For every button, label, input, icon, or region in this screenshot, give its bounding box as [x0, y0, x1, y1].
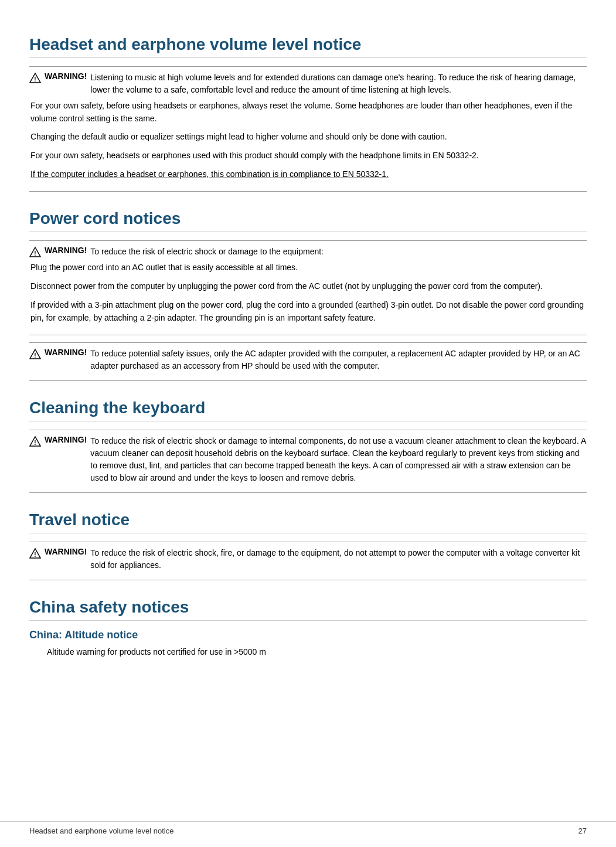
headset-para4: If the computer includes a headset or ea… — [29, 168, 587, 181]
power-cord-warning2-block: ! WARNING! To reduce potential safety is… — [29, 342, 587, 381]
travel-warning-block: ! WARNING! To reduce the risk of electri… — [29, 542, 587, 580]
headset-warning-line: ! WARNING! Listening to music at high vo… — [29, 72, 587, 96]
power-cord-warning1-line: ! WARNING! To reduce the risk of electri… — [29, 246, 587, 258]
power-cord-warning1-text: To reduce the risk of electric shock or … — [90, 246, 324, 258]
power-cord-section-title: Power cord notices — [29, 209, 587, 232]
warning-icon-3: ! — [29, 348, 41, 360]
power-cord-warning2-line: ! WARNING! To reduce potential safety is… — [29, 348, 587, 372]
power-cord-warning2-label: WARNING! — [45, 348, 87, 357]
footer-page-number: 27 — [578, 826, 587, 835]
warning-icon-4: ! — [29, 436, 41, 447]
cleaning-warning-text: To reduce the risk of electric shock or … — [90, 435, 587, 484]
power-cord-para3: If provided with a 3-pin attachment plug… — [29, 299, 587, 324]
power-cord-warning1-label: WARNING! — [45, 246, 87, 255]
svg-text:!: ! — [34, 552, 36, 558]
travel-warning-text: To reduce the risk of electric shock, fi… — [90, 547, 587, 572]
cleaning-warning-block: ! WARNING! To reduce the risk of electri… — [29, 430, 587, 493]
travel-warning-line: ! WARNING! To reduce the risk of electri… — [29, 547, 587, 572]
power-cord-warning1-block: ! WARNING! To reduce the risk of electri… — [29, 240, 587, 335]
svg-text:!: ! — [34, 440, 36, 446]
footer-left-text: Headset and earphone volume level notice — [29, 826, 578, 835]
warning-icon-5: ! — [29, 547, 41, 559]
page-footer: Headset and earphone volume level notice… — [0, 821, 616, 835]
warning-icon-2: ! — [29, 246, 41, 258]
cleaning-warning-line: ! WARNING! To reduce the risk of electri… — [29, 435, 587, 484]
warning-icon: ! — [29, 72, 41, 84]
power-cord-para2: Disconnect power from the computer by un… — [29, 280, 587, 293]
power-cord-para1: Plug the power cord into an AC outlet th… — [29, 261, 587, 274]
travel-warning-label: WARNING! — [45, 547, 87, 556]
headset-warning-text: Listening to music at high volume levels… — [90, 72, 587, 96]
headset-warning-label: WARNING! — [45, 72, 87, 81]
svg-text:!: ! — [34, 250, 36, 257]
headset-section-title: Headset and earphone volume level notice — [29, 35, 587, 58]
travel-section-title: Travel notice — [29, 511, 587, 533]
headset-para2: Changing the default audio or equalizer … — [29, 131, 587, 144]
svg-text:!: ! — [34, 76, 36, 83]
china-para1: Altitude warning for products not certif… — [29, 646, 587, 659]
cleaning-section-title: Cleaning the keyboard — [29, 399, 587, 421]
china-subsection-title: China: Altitude notice — [29, 629, 587, 641]
headset-warning-block: ! WARNING! Listening to music at high vo… — [29, 66, 587, 192]
china-section-title: China safety notices — [29, 598, 587, 621]
cleaning-warning-label: WARNING! — [45, 435, 87, 444]
headset-para3: For your own safety, headsets or earphon… — [29, 149, 587, 162]
power-cord-warning2-text: To reduce potential safety issues, only … — [90, 348, 587, 372]
headset-para1: For your own safety, before using headse… — [29, 100, 587, 125]
svg-text:!: ! — [34, 352, 36, 359]
